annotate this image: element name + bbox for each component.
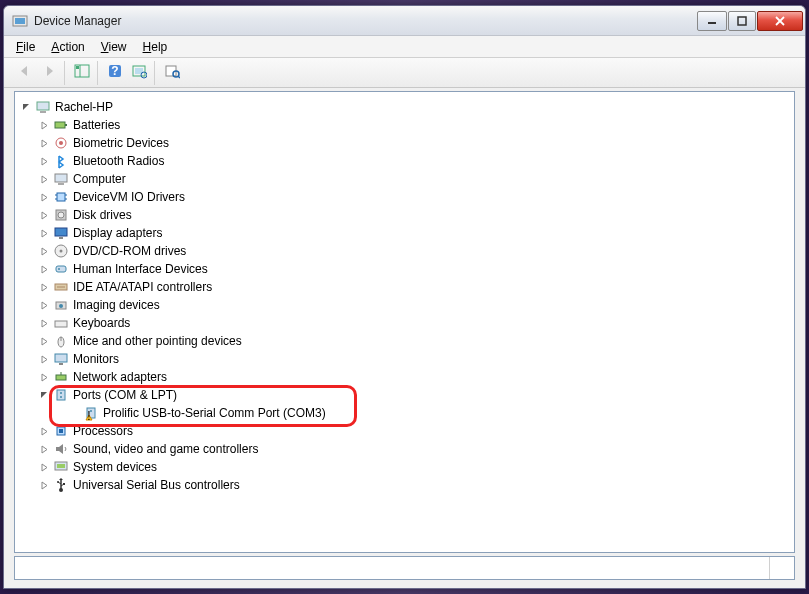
collapse-icon[interactable] <box>21 102 32 113</box>
expand-icon[interactable] <box>39 192 50 203</box>
tree-item[interactable]: Disk drives <box>19 206 790 224</box>
tree-item[interactable]: DeviceVM IO Drivers <box>19 188 790 206</box>
tree-item[interactable]: Bluetooth Radios <box>19 152 790 170</box>
menu-file[interactable]: File <box>8 38 43 56</box>
forward-button[interactable] <box>38 62 60 84</box>
expand-icon[interactable] <box>39 444 50 455</box>
expand-icon[interactable] <box>39 462 50 473</box>
expand-icon[interactable] <box>39 156 50 167</box>
tree-item-label: Monitors <box>73 350 119 368</box>
expand-icon[interactable] <box>39 174 50 185</box>
sound-icon <box>53 441 69 457</box>
svg-rect-19 <box>55 122 65 128</box>
expand-icon[interactable] <box>39 246 50 257</box>
tree-item[interactable]: Computer <box>19 170 790 188</box>
bluetooth-icon <box>53 153 69 169</box>
svg-rect-42 <box>55 321 67 327</box>
tree-item[interactable]: Imaging devices <box>19 296 790 314</box>
titlebar[interactable]: Device Manager <box>4 6 805 36</box>
tree-item[interactable]: Sound, video and game controllers <box>19 440 790 458</box>
scan-icon <box>131 63 147 82</box>
device-tree-panel[interactable]: Rachel-HP BatteriesBiometric DevicesBlue… <box>14 91 795 553</box>
tree-root[interactable]: Rachel-HP <box>19 98 790 116</box>
expand-icon[interactable] <box>39 300 50 311</box>
tree-item[interactable]: Biometric Devices <box>19 134 790 152</box>
expand-icon[interactable] <box>39 318 50 329</box>
tree-item[interactable]: DVD/CD-ROM drives <box>19 242 790 260</box>
expand-icon[interactable] <box>39 120 50 131</box>
tree-child-label: Prolific USB-to-Serial Comm Port (COM3) <box>103 404 326 422</box>
tree-item-label: Biometric Devices <box>73 134 169 152</box>
svg-point-65 <box>57 481 59 483</box>
chip-icon <box>53 189 69 205</box>
computer-icon <box>53 171 69 187</box>
battery-icon <box>53 117 69 133</box>
minimize-button[interactable] <box>697 11 727 31</box>
computer-root-icon <box>35 99 51 115</box>
window-title: Device Manager <box>34 14 696 28</box>
menu-action[interactable]: Action <box>43 38 92 56</box>
svg-point-53 <box>60 396 62 398</box>
expand-icon[interactable] <box>39 336 50 347</box>
menu-help[interactable]: Help <box>135 38 176 56</box>
svg-rect-36 <box>56 266 66 272</box>
tree-item[interactable]: Display adapters <box>19 224 790 242</box>
maximize-button[interactable] <box>728 11 756 31</box>
tree-item-label: Ports (COM & LPT) <box>73 386 177 404</box>
tree-item[interactable]: Universal Serial Bus controllers <box>19 476 790 494</box>
svg-rect-48 <box>59 363 63 365</box>
expand-icon[interactable] <box>39 426 50 437</box>
expand-icon[interactable] <box>39 282 50 293</box>
tree-item[interactable]: IDE ATA/ATAPI controllers <box>19 278 790 296</box>
svg-rect-66 <box>63 483 65 485</box>
tree-item[interactable]: Network adapters <box>19 368 790 386</box>
close-button[interactable] <box>757 11 803 31</box>
properties-button[interactable] <box>161 62 183 84</box>
expand-icon[interactable] <box>39 138 50 149</box>
svg-rect-47 <box>55 354 67 362</box>
expand-icon[interactable] <box>39 372 50 383</box>
help-icon: ? <box>107 63 123 82</box>
help-button[interactable]: ? <box>104 62 126 84</box>
tree-item-label: Network adapters <box>73 368 167 386</box>
tree-item[interactable]: Ports (COM & LPT) <box>19 386 790 404</box>
tree-item[interactable]: System devices <box>19 458 790 476</box>
statusbar <box>14 556 795 580</box>
svg-rect-23 <box>55 174 67 182</box>
tree-item-label: Universal Serial Bus controllers <box>73 476 240 494</box>
svg-rect-51 <box>57 390 65 400</box>
collapse-icon[interactable] <box>39 390 50 401</box>
svg-rect-58 <box>59 429 63 433</box>
device-manager-window: Device Manager File Action View Help ? <box>3 5 806 589</box>
tree-item[interactable]: Processors <box>19 422 790 440</box>
disk-icon <box>53 207 69 223</box>
properties-icon <box>164 63 180 82</box>
tree-child-item[interactable]: !Prolific USB-to-Serial Comm Port (COM3) <box>19 404 790 422</box>
cpu-icon <box>53 423 69 439</box>
expand-icon[interactable] <box>39 228 50 239</box>
svg-point-35 <box>60 250 63 253</box>
status-panel-2 <box>770 557 794 579</box>
svg-rect-3 <box>738 17 746 25</box>
tree-item[interactable]: Keyboards <box>19 314 790 332</box>
menu-view[interactable]: View <box>93 38 135 56</box>
expand-icon[interactable] <box>39 210 50 221</box>
svg-rect-33 <box>59 237 63 239</box>
tree-item[interactable]: Human Interface Devices <box>19 260 790 278</box>
svg-rect-49 <box>56 375 66 380</box>
svg-point-31 <box>58 212 64 218</box>
tree-item[interactable]: Monitors <box>19 350 790 368</box>
show-hide-console-button[interactable] <box>71 62 93 84</box>
status-panel-1 <box>15 557 770 579</box>
expand-icon[interactable] <box>39 354 50 365</box>
expand-icon[interactable] <box>39 480 50 491</box>
tree-item[interactable]: Batteries <box>19 116 790 134</box>
svg-line-16 <box>178 76 180 78</box>
expand-icon[interactable] <box>39 264 50 275</box>
svg-rect-24 <box>58 183 64 185</box>
window-controls <box>696 11 803 31</box>
tree-item[interactable]: Mice and other pointing devices <box>19 332 790 350</box>
back-button[interactable] <box>14 62 36 84</box>
scan-hardware-button[interactable] <box>128 62 150 84</box>
svg-point-13 <box>141 72 147 78</box>
